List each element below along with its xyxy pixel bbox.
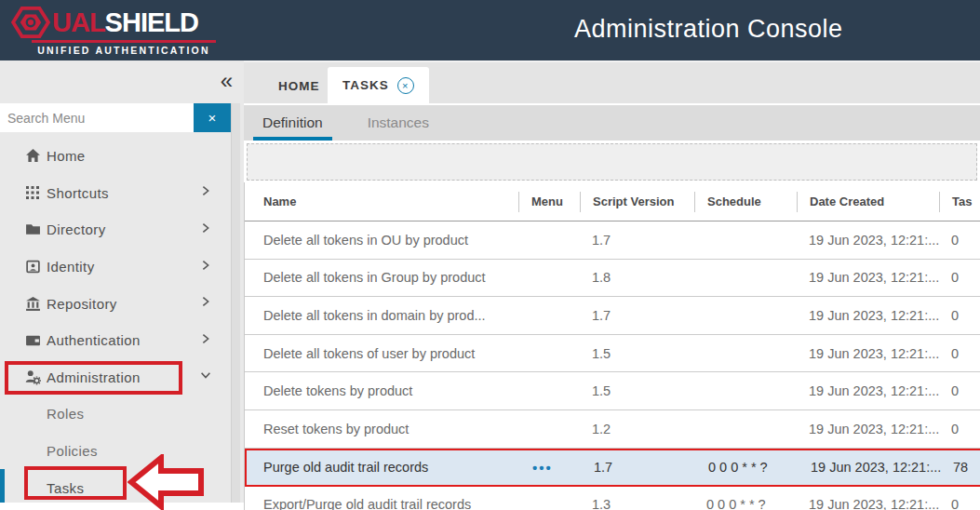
cell-date: 19 Jun 2023, 12:21:... [797, 346, 939, 361]
toolbar-empty [247, 143, 977, 181]
cell-tasks: 0 [939, 233, 980, 248]
main-content: HOMETASKS× DefinitionInstances NameMenuS… [244, 60, 980, 510]
tab-strip: HOMETASKS× [244, 62, 980, 103]
chevron-right-icon [199, 332, 212, 349]
table-row[interactable]: Export/Purge old audit trail records1.30… [245, 487, 980, 510]
chevron-right-icon [199, 184, 212, 201]
cell-version: 1.8 [580, 270, 694, 285]
tab-tasks[interactable]: TASKS× [328, 67, 429, 103]
sidebar-item-label: Repository [47, 296, 117, 312]
sidebar-item-authentication[interactable]: Authentication [0, 322, 231, 359]
column-header-menu[interactable]: Menu [518, 192, 580, 212]
table-header-row: NameMenuScript VersionScheduleDate Creat… [245, 182, 980, 221]
cell-version: 1.5 [580, 383, 694, 398]
sidebar-collapse-row: « [0, 60, 244, 103]
cell-version: 1.2 [580, 422, 694, 436]
sidebar-item-repository[interactable]: Repository [0, 285, 231, 322]
cell-version: 1.5 [580, 346, 694, 361]
table-row[interactable]: Delete all tokens of user by product1.51… [245, 335, 980, 373]
cell-tasks: 0 [939, 270, 980, 285]
subtab-instances[interactable]: Instances [358, 105, 438, 141]
sidebar-bottom-strip [0, 503, 244, 510]
tab-home[interactable]: HOME [263, 69, 335, 103]
sidebar-item-identity[interactable]: Identity [0, 248, 231, 286]
table-body: Delete all tokens in OU by product1.719 … [245, 221, 980, 510]
sidebar-item-administration[interactable]: Administration [0, 359, 231, 396]
sidebar-item-label: Directory [47, 221, 106, 237]
cell-date: 19 Jun 2023, 12:21:... [799, 460, 941, 475]
sidebar-scrollbar[interactable] [231, 103, 240, 503]
table-row[interactable]: Delete all tokens in domain by prod...1.… [245, 297, 980, 335]
table-row[interactable]: Reset tokens by product1.219 Jun 2023, 1… [245, 410, 980, 449]
column-header-script-version[interactable]: Script Version [580, 192, 694, 212]
cell-schedule: 0 0 0 * * ? [696, 460, 799, 475]
admin-user-gear-icon [24, 369, 41, 385]
cell-name: Delete all tokens in OU by product [245, 233, 518, 248]
sidebar-item-label: Roles [47, 406, 84, 422]
logo-word-red: UAL [52, 7, 105, 38]
cell-name: Delete all tokens of user by product [245, 346, 518, 361]
cell-name: Delete all tokens in domain by prod... [245, 308, 518, 323]
column-header-name[interactable]: Name [245, 192, 518, 212]
bank-icon [24, 295, 41, 312]
folder-icon [24, 221, 41, 238]
chevron-right-icon [199, 295, 212, 312]
table-row[interactable]: Purge old audit trail records•••1.70 0 0… [245, 449, 980, 487]
column-header-tas[interactable]: Tas [939, 192, 980, 212]
dualshield-logo: UALSHIELD UNIFIED AUTHENTICATION [11, 6, 216, 56]
sidebar-item-label: Tasks [47, 480, 84, 496]
row-menu-ellipsis-icon[interactable]: ••• [520, 460, 582, 476]
id-card-icon [24, 259, 41, 275]
cell-tasks: 0 [939, 308, 980, 323]
sidebar-item-directory[interactable]: Directory [0, 211, 231, 248]
wallet-icon [24, 332, 41, 349]
logo-word-white: SHIELD [105, 7, 198, 38]
tab-label: HOME [278, 79, 320, 93]
cell-date: 19 Jun 2023, 12:21:... [797, 383, 939, 398]
sidebar-item-shortcuts[interactable]: Shortcuts [0, 175, 231, 212]
cell-tasks: 0 [939, 383, 980, 398]
tab-label: TASKS [342, 78, 389, 92]
sidebar-item-home[interactable]: Home [0, 138, 231, 175]
sidebar-search: × [0, 103, 231, 132]
cell-schedule: 0 0 0 * * ? [694, 497, 797, 510]
cell-tasks: 0 [939, 346, 980, 361]
subtab-definition[interactable]: Definition [253, 105, 332, 141]
cell-date: 19 Jun 2023, 12:21:... [797, 497, 939, 510]
cell-name: Delete tokens by product [245, 383, 518, 398]
cell-version: 1.7 [580, 233, 694, 248]
home-icon [24, 148, 41, 165]
chevron-right-icon [199, 259, 212, 275]
sidebar-item-roles[interactable]: Roles [0, 396, 231, 433]
sidebar-item-label: Identity [47, 259, 95, 275]
cell-name: Delete all tokens in Group by product [245, 270, 518, 285]
close-tab-icon[interactable]: × [397, 77, 414, 94]
tasks-table: NameMenuScript VersionScheduleDate Creat… [244, 182, 980, 510]
column-header-schedule[interactable]: Schedule [694, 192, 797, 212]
cell-date: 19 Jun 2023, 12:21:... [797, 270, 939, 285]
hexagon-logo-icon [11, 7, 50, 38]
logo-tagline: UNIFIED AUTHENTICATION [32, 40, 216, 56]
sidebar-item-tasks[interactable]: Tasks [0, 469, 231, 506]
sidebar-item-label: Shortcuts [47, 185, 109, 201]
collapse-sidebar-icon[interactable]: « [221, 68, 233, 94]
column-header-date-created[interactable]: Date Created [797, 192, 939, 212]
top-header-bar: UALSHIELD UNIFIED AUTHENTICATION Adminis… [0, 0, 980, 60]
table-row[interactable]: Delete all tokens in OU by product1.719 … [245, 221, 980, 260]
subtab-strip: DefinitionInstances [244, 103, 980, 141]
sidebar-item-label: Home [47, 148, 86, 164]
search-clear-button[interactable]: × [194, 103, 231, 132]
search-input[interactable] [0, 103, 194, 132]
app-window: UALSHIELD UNIFIED AUTHENTICATION Adminis… [0, 0, 980, 510]
cell-date: 19 Jun 2023, 12:21:... [797, 308, 939, 323]
sidebar-item-label: Policies [47, 443, 98, 459]
cell-name: Purge old audit trail records [247, 460, 520, 475]
table-row[interactable]: Delete all tokens in Group by product1.8… [245, 260, 980, 298]
sidebar-item-label: Authentication [47, 332, 141, 348]
sidebar-item-policies[interactable]: Policies [0, 433, 231, 470]
chevron-down-icon [199, 369, 212, 385]
page-title: Administration Console [574, 15, 843, 44]
table-row[interactable]: Delete tokens by product1.519 Jun 2023, … [245, 372, 980, 410]
chevron-right-icon [199, 221, 212, 238]
cell-version: 1.3 [580, 497, 694, 510]
